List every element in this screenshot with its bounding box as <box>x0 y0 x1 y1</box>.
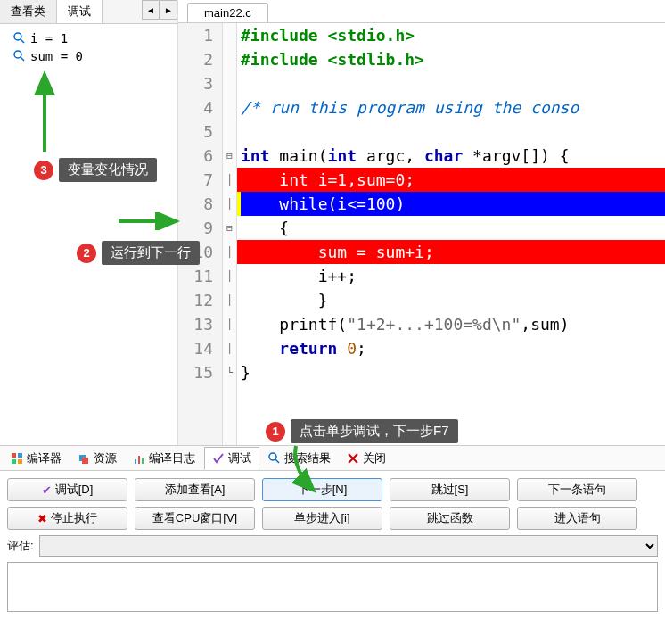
chart-icon <box>133 452 145 465</box>
line-number: 6 <box>178 144 213 168</box>
annotation-2: 2 运行到下一行 <box>77 241 200 265</box>
annotation-label: 运行到下一行 <box>102 241 200 265</box>
line-number: 15 <box>178 360 213 384</box>
close-icon <box>347 452 359 465</box>
left-tabs: 查看类 调试 ◄ ► <box>0 0 177 24</box>
code-editor[interactable]: 1 2 3 4 5 6 7 8 9 10 11 12 13 14 15 ⊟ ││ <box>178 23 665 445</box>
badge-3: 3 <box>34 161 53 180</box>
badge-2: 2 <box>77 244 96 263</box>
tab-debug[interactable]: 调试 <box>57 0 103 23</box>
svg-rect-12 <box>142 458 144 464</box>
svg-rect-10 <box>135 459 136 464</box>
svg-rect-7 <box>18 459 22 464</box>
svg-line-1 <box>21 39 24 43</box>
svg-rect-6 <box>12 459 16 464</box>
watch-var-text: i = 1 <box>30 31 68 45</box>
line-number: 7 <box>178 168 213 192</box>
watch-var-text: sum = 0 <box>30 49 83 63</box>
skip-function-button[interactable]: 跳过函数 <box>390 507 510 530</box>
tab-compile-log[interactable]: 编译日志 <box>126 448 202 469</box>
fold-column: ⊟ ││ ⊟ │││││└ <box>223 23 237 445</box>
magnifier-icon <box>268 452 281 465</box>
eval-select[interactable] <box>39 535 658 557</box>
svg-line-14 <box>275 459 279 463</box>
check-icon: ✔ <box>42 483 52 497</box>
file-tab-bar: main22.c <box>178 0 665 23</box>
svg-rect-9 <box>82 458 88 464</box>
stop-button[interactable]: ✖停止执行 <box>7 507 127 530</box>
magnifier-icon <box>12 31 27 45</box>
tab-resource[interactable]: 资源 <box>70 448 124 469</box>
add-watch-button[interactable]: 添加查看[A] <box>135 478 255 501</box>
svg-rect-4 <box>12 453 16 458</box>
line-number: 13 <box>178 312 213 336</box>
breakpoint-line: sum = sum+i; <box>237 240 665 264</box>
tab-compiler[interactable]: 编译器 <box>4 448 69 469</box>
stop-icon: ✖ <box>37 512 47 525</box>
line-gutter: 1 2 3 4 5 6 7 8 9 10 11 12 13 14 15 <box>178 23 223 445</box>
arrow-icon <box>31 67 58 156</box>
arrow-icon <box>287 442 332 500</box>
svg-point-0 <box>14 33 21 40</box>
current-line: while(i<=100) <box>237 192 665 216</box>
badge-1: 1 <box>266 422 285 442</box>
stack-icon <box>78 452 90 465</box>
line-number: 3 <box>178 71 213 95</box>
code-lines: #include <stdio.h> #include <stdlib.h> /… <box>237 23 665 445</box>
magnifier-icon <box>12 49 27 63</box>
watch-item[interactable]: i = 1 <box>5 29 172 47</box>
svg-point-13 <box>269 453 276 460</box>
line-number: 12 <box>178 288 213 312</box>
skip-button[interactable]: 跳过[S] <box>390 478 510 501</box>
line-number: 11 <box>178 264 213 288</box>
debug-button[interactable]: ✔调试[D] <box>7 478 127 501</box>
tab-view-class[interactable]: 查看类 <box>0 0 57 23</box>
svg-line-3 <box>21 57 24 61</box>
line-number: 4 <box>178 95 213 120</box>
cpu-window-button[interactable]: 查看CPU窗口[V] <box>135 507 255 530</box>
nav-right-icon[interactable]: ► <box>160 0 177 20</box>
eval-label: 评估: <box>7 538 34 554</box>
next-statement-button[interactable]: 下一条语句 <box>517 478 637 501</box>
annotation-3: 3 变量变化情况 <box>34 158 157 182</box>
check-icon <box>212 452 225 465</box>
fold-minus-icon[interactable]: ⊟ <box>223 216 236 240</box>
output-box[interactable] <box>7 562 658 612</box>
breakpoint-line: int i=1,sum=0; <box>237 168 665 192</box>
file-tab[interactable]: main22.c <box>187 3 268 22</box>
nav-left-icon[interactable]: ◄ <box>142 0 160 20</box>
bottom-tabs: 编译器 资源 编译日志 调试 搜索结果 关闭 <box>0 446 665 471</box>
line-number: 2 <box>178 47 213 71</box>
grid-icon <box>11 452 23 465</box>
svg-rect-11 <box>138 456 140 464</box>
annotation-1: 1 点击单步调试，下一步F7 <box>266 419 458 443</box>
step-into-button[interactable]: 单步进入[i] <box>262 507 382 530</box>
annotation-label: 变量变化情况 <box>59 158 157 182</box>
debug-panel: ✔调试[D] 添加查看[A] 下一步[N] 跳过[S] 下一条语句 ✖停止执行 … <box>0 471 665 619</box>
tab-close[interactable]: 关闭 <box>340 448 393 469</box>
line-number: 5 <box>178 120 213 144</box>
line-number: 14 <box>178 336 213 360</box>
code-panel: main22.c 1 2 3 4 5 6 7 8 9 10 11 12 13 1… <box>178 0 665 445</box>
annotation-label: 点击单步调试，下一步F7 <box>291 419 458 443</box>
into-statement-button[interactable]: 进入语句 <box>517 507 637 530</box>
svg-point-2 <box>14 51 21 58</box>
line-number: 1 <box>178 23 213 47</box>
arrow-icon <box>114 212 185 230</box>
watch-variables: i = 1 sum = 0 <box>0 24 177 70</box>
tab-debug-bottom[interactable]: 调试 <box>204 447 259 470</box>
fold-minus-icon[interactable]: ⊟ <box>223 144 236 168</box>
watch-item[interactable]: sum = 0 <box>5 47 172 65</box>
svg-rect-5 <box>18 453 22 458</box>
